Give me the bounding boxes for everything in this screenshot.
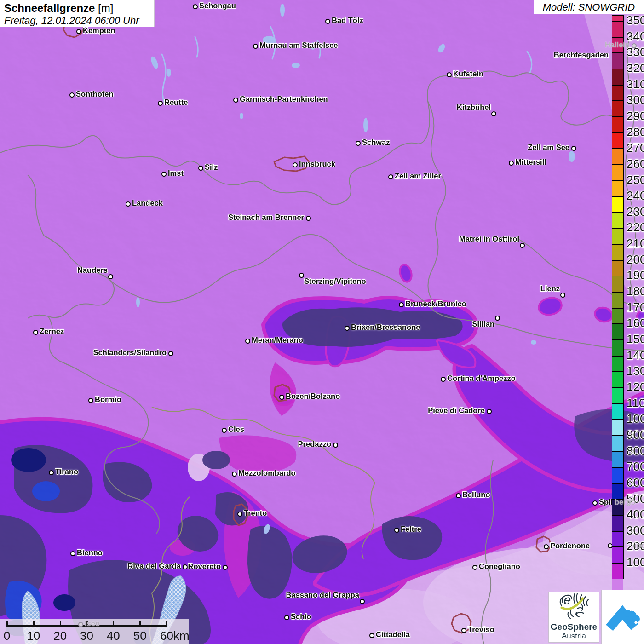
city-label: Murnau am Staffelsee (259, 41, 338, 50)
city-label: Berchtesgaden (554, 51, 609, 59)
city-label: Sonthofen (76, 90, 114, 98)
city-dot-icon (447, 72, 452, 77)
city-dot-icon (245, 339, 250, 344)
city-dot-icon (126, 201, 131, 207)
scalebar-tick (113, 621, 114, 627)
city-label: Matrei in Osttirol (459, 235, 519, 243)
city-label: Kufstein (453, 69, 483, 78)
map-datetime: Freitag, 12.01.2024 06:00 Uhr (4, 14, 150, 27)
city-label: Zell am Ziller (395, 172, 441, 180)
mountain-cloud-logo-icon (604, 593, 642, 641)
city-label: Imst (168, 169, 184, 178)
city-dot-icon (461, 628, 466, 633)
model-box: Modell: SNOWGRID (534, 0, 644, 14)
scalebar-tick-label: 60km (160, 629, 190, 643)
city-dot-icon (253, 44, 258, 49)
city-label: Bormio (95, 395, 121, 404)
city-label: Rovereto (188, 562, 221, 571)
city-label: Feltre (401, 525, 421, 534)
city-label: Cittadella (376, 630, 410, 639)
city-dot-icon (487, 409, 492, 414)
map-title-text: Schneefallgrenze (4, 2, 95, 14)
scalebar-tick (86, 621, 88, 627)
city-label: Brixen/Bressanone (351, 323, 420, 332)
city-label: Trento (244, 509, 267, 518)
city-label: Predazzo (298, 440, 331, 448)
city-label: Bozen/Bolzano (286, 392, 340, 401)
city-dot-icon (608, 543, 613, 548)
city-dot-icon (70, 551, 75, 556)
city-dot-icon (198, 166, 203, 171)
city-dot-icon (193, 4, 198, 9)
city-label: Reutte (164, 98, 188, 107)
scalebar-tick (60, 621, 61, 627)
city-label: Pieve di Cadore (428, 406, 485, 415)
city-dot-icon (369, 633, 374, 638)
city-dot-icon (183, 564, 188, 569)
city-dot-icon (345, 326, 350, 331)
city-label: Mezzolombardo (238, 469, 296, 477)
city-dot-icon (306, 216, 311, 221)
map-title: Schneefallgrenze [m] (4, 2, 150, 14)
city-dot-icon (325, 19, 330, 24)
city-dot-icon (509, 161, 514, 166)
city-dot-icon (388, 174, 393, 179)
city-layer: SchongauBad TölzKemptenMurnau am Staffel… (0, 0, 644, 644)
scalebar-tick (139, 621, 141, 627)
geosphere-logo-icon (556, 592, 592, 621)
city-dot-icon (491, 111, 496, 116)
city-label: Silz (205, 163, 218, 172)
city-label: Cles (228, 425, 244, 434)
geosphere-logo-box: GeoSphere Austria (548, 592, 599, 643)
city-dot-icon (441, 377, 446, 382)
partner-logo-box (601, 590, 644, 644)
city-dot-icon (544, 544, 549, 549)
map-title-unit: [m] (98, 2, 113, 14)
scalebar-tick-label: 10 (27, 629, 40, 643)
city-label: Schwaz (362, 138, 390, 147)
city-label: Spili (599, 498, 615, 506)
city-dot-icon (284, 615, 289, 620)
city-label: Bienno (77, 548, 103, 557)
city-label: Garmisch-Partenkirchen (240, 95, 328, 104)
title-box: Schneefallgrenze [m] Freitag, 12.01.2024… (0, 0, 155, 27)
city-dot-icon (560, 293, 565, 298)
city-dot-icon (333, 443, 338, 448)
city-dot-icon (69, 92, 75, 98)
city-label: Bad Tölz (332, 16, 363, 25)
city-dot-icon (49, 470, 54, 475)
city-label: Schongau (199, 1, 236, 10)
scalebar-tick (6, 621, 8, 627)
scalebar-tick-label: 20 (53, 629, 67, 643)
scalebar-tick-label: 0 (4, 629, 10, 643)
city-dot-icon (360, 599, 365, 604)
city-label: Nauders (77, 266, 108, 275)
city-label: Tirano (55, 467, 78, 476)
city-dot-icon (237, 512, 242, 517)
city-label: Cortina d'Ampezzo (447, 374, 516, 383)
geosphere-logo-country: Austria (549, 632, 599, 640)
city-dot-icon (399, 302, 404, 307)
city-dot-icon (293, 162, 298, 167)
scalebar-box: 0102030405060km (0, 619, 189, 644)
city-label: Steinach am Brenner (228, 213, 304, 222)
city-dot-icon (161, 172, 167, 177)
city-dot-icon (222, 428, 227, 433)
city-label: Bruneck/Brunico (405, 299, 466, 308)
scalebar-tick-label: 50 (133, 629, 147, 643)
city-label: Sterzing/Vipiteno (304, 277, 366, 286)
city-label: Pordenone (550, 541, 590, 550)
city-label: Schio (291, 612, 311, 621)
city-label: Bassano del Grappa (286, 591, 359, 599)
weather-map-page: SchongauBad TölzKemptenMurnau am Staffel… (0, 0, 644, 644)
city-label: Schlanders/Silandro (93, 348, 167, 357)
scalebar-tick (33, 621, 34, 627)
geosphere-logo-name: GeoSphere (549, 622, 599, 632)
city-dot-icon (495, 316, 500, 321)
city-dot-icon (223, 565, 228, 570)
city-label: Kitzbühel (457, 103, 491, 112)
city-label: Landeck (132, 199, 163, 207)
city-label: Lienz (540, 284, 560, 293)
city-label: Conegliano (479, 562, 520, 571)
city-dot-icon (158, 101, 163, 106)
